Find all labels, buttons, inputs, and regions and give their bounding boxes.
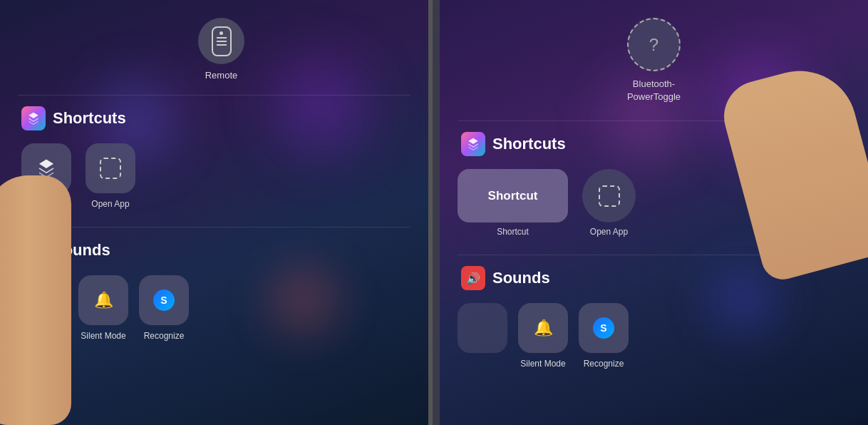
remote-icon: [212, 26, 232, 56]
right-silent-mode-label: Silent Mode: [520, 359, 565, 369]
right-recognize-item: S Recognize: [579, 303, 629, 369]
right-open-app-label: Open App: [590, 227, 628, 237]
remote-line-3: [217, 44, 227, 46]
open-app-button[interactable]: [86, 143, 135, 193]
shortcut-sub-label-text: Shortcut: [497, 227, 529, 237]
right-shazam-icon: S: [593, 317, 614, 339]
right-sounds-grid: 🔔 Silent Mode S Recognize: [458, 303, 850, 369]
remote-line: [217, 37, 227, 39]
hand-left: [0, 175, 71, 425]
shortcuts-actions-grid: Shortcuts Open App: [18, 143, 410, 209]
right-phone-panel: ? Bluetooth- PowerToggle Shortcuts: [440, 0, 868, 425]
right-silent-mode-button[interactable]: 🔔: [518, 303, 568, 353]
shortcuts-section-title: Shortcuts: [53, 109, 126, 128]
remote-label: Remote: [205, 70, 238, 81]
shortcut-main-label: Shortcut: [488, 189, 538, 203]
recognize-item: S Recognize: [139, 275, 189, 341]
question-mark-icon: ?: [649, 35, 658, 55]
sounds-grid: 🔔 Silent Mode S Recognize: [18, 275, 410, 341]
panel-divider: [433, 0, 440, 425]
separator-1: [18, 95, 410, 96]
shortcuts-section-header: Shortcuts: [18, 106, 410, 130]
silent-mode-button[interactable]: 🔔: [78, 275, 128, 325]
open-app-icon: [100, 158, 121, 179]
remote-section: Remote: [32, 18, 410, 81]
silent-mode-label: Silent Mode: [81, 331, 125, 341]
separator-2: [18, 227, 410, 227]
remote-dot: [219, 31, 223, 35]
right-sounds-speaker-icon: 🔊: [466, 272, 480, 285]
open-app-action-label: Open App: [91, 199, 129, 209]
right-sounds-section-title: Sounds: [492, 269, 550, 287]
silent-mode-item: 🔔 Silent Mode: [78, 275, 128, 341]
right-sounds-logo-icon: 🔊: [461, 266, 485, 290]
right-recognize-button[interactable]: S: [579, 303, 629, 353]
sounds-section-header: 🔊 Sounds: [18, 238, 410, 262]
bell-icon: 🔔: [94, 291, 113, 309]
bluetooth-label: Bluetooth-: [633, 78, 675, 89]
open-app-action-item: Open App: [86, 143, 135, 209]
remote-icon-button[interactable]: [198, 18, 244, 64]
right-bell-icon: 🔔: [534, 319, 553, 337]
right-open-app-button[interactable]: [582, 169, 636, 222]
right-recognize-label: Recognize: [584, 359, 624, 369]
right-sounds-empty-item: [458, 303, 507, 369]
right-open-app-item: Open App: [582, 169, 636, 237]
right-sounds-empty-button[interactable]: [458, 303, 507, 353]
right-shortcuts-logo-icon: [461, 132, 485, 156]
recognize-button[interactable]: S: [139, 275, 189, 325]
right-shortcuts-section-title: Shortcuts: [492, 135, 566, 153]
shortcut-wide-item: Shortcut Shortcut: [458, 169, 568, 237]
left-phone-panel: Remote Shortcuts: [0, 0, 433, 425]
recognize-label: Recognize: [144, 331, 185, 341]
right-open-app-icon: [599, 185, 620, 207]
bluetooth-power-toggle-label: PowerToggle: [627, 91, 681, 102]
bluetooth-icon-button[interactable]: ?: [627, 18, 681, 71]
remote-line-2: [217, 41, 227, 42]
shazam-icon: S: [153, 290, 175, 311]
shortcut-wide-button[interactable]: Shortcut: [458, 169, 568, 222]
right-silent-mode-item: 🔔 Silent Mode: [518, 303, 568, 369]
shortcuts-logo-icon: [21, 106, 46, 130]
